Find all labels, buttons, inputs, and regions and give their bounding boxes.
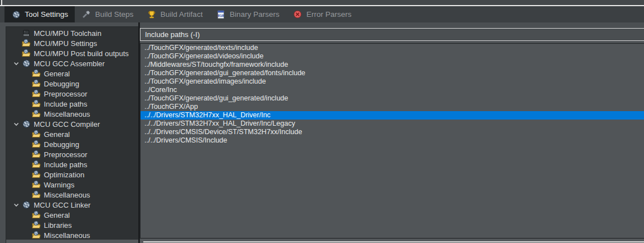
tab-tool-settings[interactable]: Tool Settings [4,6,75,22]
include-path-row[interactable]: ../Core/Inc [140,86,644,94]
tree-item-debugging[interactable]: Debugging [6,79,138,89]
include-path-row[interactable]: ../TouchGFX/App [140,103,644,111]
chip-icon [21,29,31,38]
next-section-edge [143,241,644,242]
tree-item-label: Preprocessor [44,150,87,159]
binary-parsers-icon: 010 [216,10,226,19]
tree-item-label: Miscellaneous [44,191,90,199]
include-path-row[interactable]: ../TouchGFX/generated/images/include [140,77,644,86]
tree-item-label: MCU/MPU Settings [34,39,97,48]
tool-icon [21,200,31,209]
error-parsers-icon [293,10,302,19]
tab-build-artifact[interactable]: Build Artifact [140,6,210,22]
tree-item-miscellaneous[interactable]: Miscellaneous [6,190,138,200]
tree-item-miscellaneous[interactable]: Miscellaneous [6,109,138,119]
tree-item-label: MCU GCC Assembler [34,59,105,68]
include-path-row[interactable]: ../TouchGFX/generated/gui_generated/incl… [140,94,644,103]
tool-settings-icon [11,10,21,19]
tree-item-include-paths[interactable]: Include paths [6,99,138,109]
chevron-spacer [21,180,31,190]
category-icon [31,210,41,219]
tree-item-mcu-mpu-settings[interactable]: MCU/MPU Settings [6,38,138,48]
tree-item-mcu-gcc-compiler[interactable]: MCU GCC Compiler [6,119,138,129]
category-icon [31,109,41,118]
include-path-row[interactable]: ../TouchGFX/generated/texts/include [140,44,644,52]
tree-item-label: General [44,130,70,139]
chevron-spacer [21,99,31,109]
chevron-spacer [21,230,31,240]
include-path-row[interactable]: ../Middlewares/ST/touchgfx/framework/inc… [140,61,644,69]
tree-item-label: MCU GCC Compiler [34,120,100,129]
tab-binary-parsers[interactable]: 010Binary Parsers [210,6,287,22]
tree-item-label: General [44,70,70,78]
chevron-spacer [21,169,31,180]
tree-item-miscellaneous[interactable]: Miscellaneous [6,230,138,240]
tree-item-label: Warnings [44,181,74,189]
chevron-spacer [21,220,31,230]
tab-label: Binary Parsers [230,10,280,19]
chevron-spacer [21,159,31,169]
tree-item-label: Debugging [44,80,79,88]
include-path-row[interactable]: ../TouchGFX/generated/videos/include [140,52,644,61]
category-icon [31,89,41,98]
include-paths-list: ../TouchGFX/generated/texts/include../To… [140,43,644,239]
include-path-row-selected[interactable]: ../../Drivers/STM32H7xx_HAL_Driver/Inc [140,111,644,120]
tree-item-label: Optimization [44,171,84,179]
tree-item-mcu-mpu-post-build-outputs[interactable]: MCU/MPU Post build outputs [6,48,138,58]
include-paths-header: Include paths (-I) [140,28,644,41]
svg-text:010: 010 [218,13,224,17]
tree-item-label: General [44,211,70,219]
tree-item-debugging[interactable]: Debugging [6,139,138,149]
category-icon [31,130,41,139]
include-path-row[interactable]: ../../Drivers/CMSIS/Include [140,136,644,145]
tree-item-label: MCU GCC Linker [34,201,90,209]
tree-item-warnings[interactable]: Warnings [6,180,138,190]
upper-widget-corner [1,0,2,5]
tree-item-general[interactable]: General [6,129,138,139]
tree-item-label: Miscellaneous [44,231,90,240]
tree-item-mcu-mpu-toolchain[interactable]: MCU/MPU Toolchain [6,28,138,38]
tree-item-preprocessor[interactable]: Preprocessor [6,149,138,159]
category-icon [21,49,31,58]
chevron-down-icon[interactable] [11,58,21,68]
tab-label: Build Steps [95,10,133,19]
tree-item-libraries[interactable]: Libraries [6,220,138,230]
chevron-spacer [11,48,21,58]
build-artifact-icon [147,10,157,19]
tool-settings-tree: MCU/MPU ToolchainMCU/MPU SettingsMCU/MPU… [6,26,138,243]
category-icon [31,140,41,149]
build-steps-icon [81,10,91,19]
tab-label: Tool Settings [25,10,68,19]
tree-item-general[interactable]: General [6,68,138,79]
tab-build-steps[interactable]: Build Steps [75,6,140,22]
settings-tab-bar: Tool SettingsBuild StepsBuild Artifact01… [0,6,644,22]
include-paths-panel: Include paths (-I) ../TouchGFX/generated… [140,22,644,243]
include-path-row[interactable]: ../TouchGFX/generated/gui_generated/font… [140,69,644,77]
include-path-row[interactable]: ../../Drivers/CMSIS/Device/ST/STM32H7xx/… [140,128,644,136]
tab-label: Build Artifact [161,10,203,19]
tree-item-label: Include paths [44,100,87,108]
tab-label: Error Parsers [306,10,351,19]
chevron-down-icon[interactable] [11,200,21,210]
chevron-spacer [21,210,31,220]
tab-error-parsers[interactable]: Error Parsers [286,6,358,22]
include-path-row[interactable]: ../../Drivers/STM32H7xx_HAL_Driver/Inc/L… [140,120,644,128]
tree-item-mcu-gcc-assembler[interactable]: MCU GCC Assembler [6,58,138,68]
tree-item-mcu-gcc-linker[interactable]: MCU GCC Linker [6,200,138,210]
tree-item-include-paths[interactable]: Include paths [6,159,138,169]
chevron-spacer [21,190,31,200]
tree-item-general[interactable]: General [6,210,138,220]
category-icon [31,180,41,189]
tree-rows: MCU/MPU ToolchainMCU/MPU SettingsMCU/MPU… [6,28,138,240]
chevron-down-icon[interactable] [11,119,21,129]
tree-item-preprocessor[interactable]: Preprocessor [6,89,138,99]
build-settings-panel: Tool SettingsBuild StepsBuild Artifact01… [0,0,644,243]
tool-icon [21,59,31,68]
bottom-strip [140,239,644,243]
chevron-spacer [21,89,31,99]
category-icon [31,231,41,240]
tree-horizontal-scrollbar[interactable] [6,240,138,243]
chevron-spacer [21,79,31,89]
tree-item-label: MCU/MPU Toolchain [34,29,101,38]
tree-item-optimization[interactable]: Optimization [6,169,138,180]
